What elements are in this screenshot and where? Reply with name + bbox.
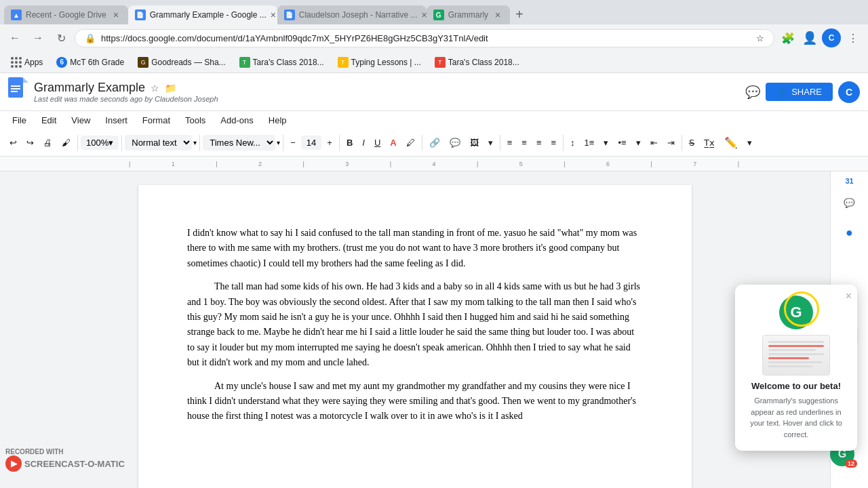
menu-format[interactable]: Format <box>136 113 177 128</box>
tab-close-icon[interactable]: × <box>271 9 276 20</box>
font-size-field[interactable]: 14 <box>301 136 321 150</box>
toolbar-separator <box>77 135 78 151</box>
editing-mode-button[interactable]: ✏️ <box>720 134 742 152</box>
strikethrough-button[interactable]: S̶ <box>685 135 698 150</box>
toolbar-separator3 <box>199 135 200 151</box>
address-bar[interactable]: 🔒 https://docs.google.com/document/d/1aY… <box>75 29 774 47</box>
bookmark-star-icon[interactable]: ☆ <box>756 33 764 43</box>
grammarly-doc-preview <box>762 335 830 375</box>
tab-label: Recent - Google Drive <box>26 10 106 20</box>
doc-paragraph-3[interactable]: At my uncle's house I saw and met my aun… <box>187 379 643 424</box>
sidebar-blue-circle-button[interactable]: ● <box>837 220 862 245</box>
bold-button[interactable]: B <box>342 135 357 150</box>
new-tab-button[interactable]: + <box>510 7 529 22</box>
undo-button[interactable]: ↩ <box>5 135 21 150</box>
decrease-font-button[interactable]: − <box>286 135 300 150</box>
doc-paragraph-1[interactable]: I didn't know what to say hi I said conf… <box>187 226 643 271</box>
numbered-list-dropdown[interactable]: ▾ <box>599 135 612 150</box>
align-left-button[interactable]: ≡ <box>503 135 517 150</box>
zoom-selector[interactable]: 100% ▾ <box>81 136 119 150</box>
bullet-list-dropdown[interactable]: ▾ <box>632 135 645 150</box>
grammarly-popup-title: Welcome to our beta! <box>745 381 848 391</box>
underline-button[interactable]: U <box>370 135 384 150</box>
menu-edit[interactable]: Edit <box>35 113 63 128</box>
tab-close-icon[interactable]: × <box>421 9 426 20</box>
style-selector[interactable]: Normal text <box>125 135 192 150</box>
folder-button[interactable]: 📁 <box>163 81 178 95</box>
redo-button[interactable]: ↪ <box>22 135 38 150</box>
tab-recent-drive[interactable]: ▲ Recent - Google Drive × <box>4 5 128 24</box>
italic-button[interactable]: I <box>358 135 369 150</box>
popup-close-button[interactable]: × <box>846 290 852 302</box>
image-button[interactable]: 🖼 <box>466 135 483 150</box>
sidebar-comments-button[interactable]: 💬 <box>837 190 862 215</box>
image-dropdown[interactable]: ▾ <box>484 135 497 150</box>
zoom-value: 100% <box>86 138 108 148</box>
bullet-list-button[interactable]: •≡ <box>614 135 630 150</box>
doc-content[interactable]: I didn't know what to say hi I said conf… <box>0 171 830 488</box>
tab-grammarly-example[interactable]: 📄 Grammarly Example - Google ... × <box>128 5 277 24</box>
tara2-icon: T <box>435 57 446 68</box>
clear-format-button[interactable]: T̲x̲ <box>700 135 719 150</box>
reload-button[interactable]: ↻ <box>52 28 71 47</box>
typing-bookmark[interactable]: T Typing Lessons | ... <box>332 55 427 70</box>
docs-title-area: Grammarly Example ☆ 📁 Last edit was made… <box>34 81 740 103</box>
align-right-button[interactable]: ≡ <box>532 135 546 150</box>
editing-mode-dropdown[interactable]: ▾ <box>743 135 756 150</box>
goodreads-bookmark[interactable]: G Goodreads — Sha... <box>132 55 231 70</box>
bookmarks-bar: Apps 6 McT 6th Grade G Goodreads — Sha..… <box>0 52 868 73</box>
align-justify-button[interactable]: ≡ <box>547 135 560 150</box>
grammarly-error-count: 12 <box>845 460 857 468</box>
decrease-indent-button[interactable]: ⇤ <box>646 135 662 150</box>
forward-button[interactable]: → <box>28 28 47 47</box>
menu-file[interactable]: File <box>5 113 33 128</box>
tab-close-icon[interactable]: × <box>492 9 503 20</box>
extensions-button[interactable]: 🧩 <box>778 28 797 47</box>
text-color-button[interactable]: A <box>386 135 400 150</box>
tab-close-icon[interactable]: × <box>111 9 121 20</box>
comments-button[interactable]: 💬 <box>745 85 760 100</box>
menu-button[interactable]: ⋮ <box>844 28 863 47</box>
link-button[interactable]: 🔗 <box>425 135 444 150</box>
paint-format-button[interactable]: 🖌 <box>58 135 75 150</box>
share-icon: 👤 <box>776 87 787 97</box>
font-selector[interactable]: Times New... <box>203 135 275 150</box>
increase-indent-button[interactable]: ⇥ <box>663 135 679 150</box>
tab-grammarly[interactable]: G Grammarly × <box>427 5 510 24</box>
increase-font-button[interactable]: + <box>323 135 336 150</box>
svg-rect-4 <box>11 91 18 92</box>
menu-insert[interactable]: Insert <box>98 113 134 128</box>
menu-addons[interactable]: Add-ons <box>214 113 260 128</box>
mct-bookmark[interactable]: 6 McT 6th Grade <box>51 55 130 70</box>
menu-help[interactable]: Help <box>262 113 294 128</box>
tara-class-bookmark1[interactable]: T Tara's Class 2018... <box>234 55 330 70</box>
tara-class-bookmark2[interactable]: T Tara's Class 2018... <box>429 55 525 70</box>
docs-header-right: 💬 👤 SHARE C <box>745 81 860 103</box>
tab-claudelson[interactable]: 📄 Claudelson Joseph - Narrative ... × <box>277 5 427 24</box>
numbered-list-button[interactable]: 1≡ <box>580 135 599 150</box>
docs-title-icons: ☆ 📁 <box>149 81 178 95</box>
toolbar-separator9 <box>682 135 682 151</box>
user-icon[interactable]: 👤 <box>800 28 819 47</box>
highlight-button[interactable]: 🖊 <box>402 135 419 150</box>
screencast-watermark: RECORDED WITH ▶ SCREENCAST-O-MATIC <box>5 448 125 472</box>
mct-label: McT 6th Grade <box>70 58 124 67</box>
doc-page[interactable]: I didn't know what to say hi I said conf… <box>138 185 692 488</box>
line-spacing-button[interactable]: ↕ <box>566 135 579 150</box>
user-avatar[interactable]: C <box>838 81 860 103</box>
apps-bookmark[interactable]: Apps <box>5 55 48 70</box>
align-center-button[interactable]: ≡ <box>517 135 531 150</box>
menu-view[interactable]: View <box>64 113 97 128</box>
print-button[interactable]: 🖨 <box>39 135 56 150</box>
back-button[interactable]: ← <box>5 28 24 47</box>
menu-tools[interactable]: Tools <box>178 113 212 128</box>
favorite-button[interactable]: ☆ <box>149 81 161 95</box>
share-button[interactable]: 👤 SHARE <box>766 83 833 101</box>
docs-title: Grammarly Example <box>34 81 145 95</box>
svg-rect-0 <box>8 77 23 98</box>
docs-logo-icon <box>8 77 28 106</box>
profile-button[interactable]: C <box>822 28 841 47</box>
screencast-icon: ▶ <box>5 455 22 472</box>
doc-paragraph-2[interactable]: The tall man had some kids of his own. H… <box>187 279 643 370</box>
comment-button[interactable]: 💬 <box>446 135 465 150</box>
